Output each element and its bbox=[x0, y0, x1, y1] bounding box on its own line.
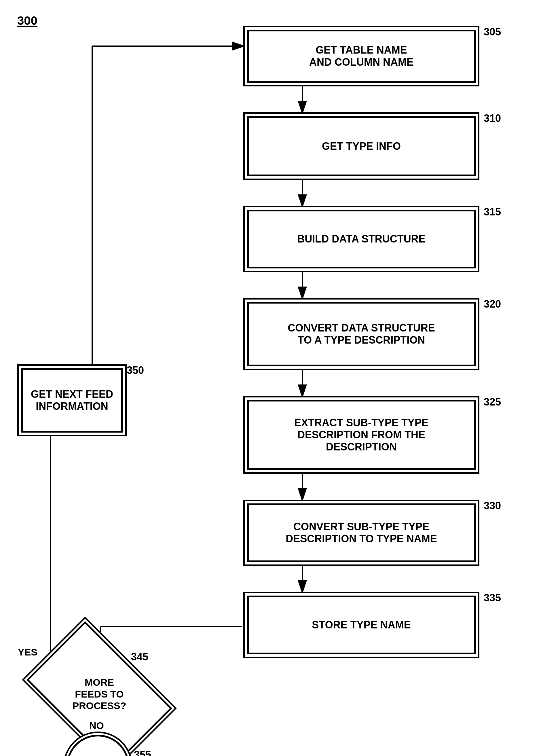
ref-325: 325 bbox=[484, 396, 501, 408]
ref-315: 315 bbox=[484, 206, 501, 218]
get-type-info-box: GET TYPE INFO bbox=[243, 112, 479, 180]
flowchart-diagram: 300 GET TABLE NAMEAN bbox=[0, 0, 541, 756]
yes-label: YES bbox=[18, 647, 37, 658]
get-type-info-label: GET TYPE INFO bbox=[322, 140, 401, 152]
convert-subtype-box: CONVERT SUB-TYPE TYPEDESCRIPTION TO TYPE… bbox=[243, 500, 479, 566]
extract-subtype-label: EXTRACT SUB-TYPE TYPEDESCRIPTION FROM TH… bbox=[294, 417, 428, 453]
get-next-feed-box: GET NEXT FEEDINFORMATION bbox=[17, 364, 127, 436]
ref-320: 320 bbox=[484, 298, 501, 310]
ref-345: 345 bbox=[131, 651, 148, 663]
ref-310: 310 bbox=[484, 112, 501, 124]
ref-335: 335 bbox=[484, 592, 501, 604]
get-table-name-box: GET TABLE NAMEAND COLUMN NAME bbox=[243, 26, 479, 86]
extract-subtype-box: EXTRACT SUB-TYPE TYPEDESCRIPTION FROM TH… bbox=[243, 396, 479, 474]
no-label: NO bbox=[89, 720, 104, 731]
build-data-structure-box: BUILD DATA STRUCTURE bbox=[243, 206, 479, 272]
build-data-structure-label: BUILD DATA STRUCTURE bbox=[297, 233, 425, 245]
get-table-name-label: GET TABLE NAMEAND COLUMN NAME bbox=[309, 44, 413, 68]
store-type-name-box: STORE TYPE NAME bbox=[243, 592, 479, 658]
ref-305: 305 bbox=[484, 26, 501, 38]
convert-subtype-label: CONVERT SUB-TYPE TYPEDESCRIPTION TO TYPE… bbox=[285, 521, 437, 545]
ref-330: 330 bbox=[484, 500, 501, 512]
diagram-title: 300 bbox=[17, 14, 37, 28]
store-type-name-label: STORE TYPE NAME bbox=[312, 619, 410, 631]
get-next-feed-label: GET NEXT FEEDINFORMATION bbox=[31, 388, 113, 412]
ref-350: 350 bbox=[127, 364, 144, 377]
ref-355: 355 bbox=[134, 749, 151, 756]
convert-data-structure-box: CONVERT DATA STRUCTURETO A TYPE DESCRIPT… bbox=[243, 298, 479, 370]
convert-data-structure-label: CONVERT DATA STRUCTURETO A TYPE DESCRIPT… bbox=[287, 322, 435, 346]
more-feeds-label: MOREFEEDS TOPROCESS? bbox=[72, 676, 126, 712]
